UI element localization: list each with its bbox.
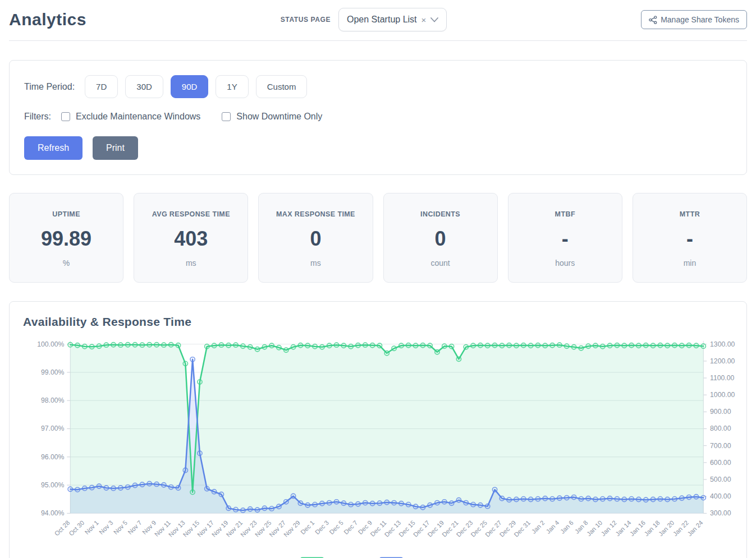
svg-text:1100.00: 1100.00	[710, 374, 735, 382]
svg-text:97.00%: 97.00%	[41, 425, 65, 432]
chevron-down-icon[interactable]	[430, 17, 438, 22]
filter-1[interactable]: Show Downtime Only	[222, 112, 322, 122]
svg-text:Jan 10: Jan 10	[585, 519, 603, 537]
time-period-label: Time Period:	[24, 82, 75, 92]
stat-unit: count	[388, 259, 493, 268]
time-period-custom-button[interactable]: Custom	[256, 75, 308, 98]
svg-text:Dec 31: Dec 31	[512, 519, 532, 538]
svg-text:Jan 22: Jan 22	[672, 519, 690, 537]
svg-text:95.00%: 95.00%	[41, 481, 65, 489]
actions-row: Refresh Print	[24, 136, 732, 160]
svg-text:Jan 14: Jan 14	[614, 519, 632, 537]
svg-text:Jan 4: Jan 4	[544, 519, 560, 535]
time-period-30d-button[interactable]: 30D	[125, 75, 163, 98]
stat-value: 0	[263, 227, 368, 251]
status-page-label: STATUS PAGE	[281, 16, 331, 24]
time-period-1y-button[interactable]: 1Y	[216, 75, 248, 98]
header: Analytics STATUS PAGE Open Startup List …	[9, 0, 747, 41]
manage-share-tokens-button[interactable]: Manage Share Tokens	[641, 10, 747, 29]
filters-row: Filters: Exclude Maintenance WindowsShow…	[24, 112, 732, 122]
svg-text:Jan 12: Jan 12	[599, 519, 617, 537]
svg-text:500.00: 500.00	[710, 476, 731, 483]
chart-title: Availability & Response Time	[23, 315, 737, 329]
analytics-page: Analytics STATUS PAGE Open Startup List …	[0, 0, 756, 558]
filter-0[interactable]: Exclude Maintenance Windows	[61, 112, 200, 122]
svg-text:94.00%: 94.00%	[41, 509, 65, 517]
svg-text:Nov 7: Nov 7	[127, 519, 143, 536]
availability-chart[interactable]: 100.00%99.00%98.00%97.00%96.00%95.00%94.…	[23, 336, 737, 558]
time-period-7d-button[interactable]: 7D	[85, 75, 118, 98]
checkbox-icon[interactable]	[222, 112, 231, 121]
svg-text:900.00: 900.00	[710, 408, 731, 416]
svg-text:Jan 6: Jan 6	[559, 519, 575, 535]
svg-text:Oct 28: Oct 28	[53, 519, 71, 537]
stat-label: INCIDENTS	[388, 210, 493, 218]
stat-value: -	[513, 227, 617, 251]
stat-value: 403	[139, 227, 243, 251]
status-page-select[interactable]: Open Startup List ×	[338, 8, 447, 31]
filter-label: Exclude Maintenance Windows	[76, 112, 200, 122]
time-period-buttons: 7D30D90D1YCustom	[85, 75, 314, 98]
svg-text:Jan 24: Jan 24	[686, 519, 704, 537]
stat-card-max-response-time: MAX RESPONSE TIME0ms	[258, 193, 373, 283]
stat-value: 0	[388, 227, 493, 251]
stat-label: AVG RESPONSE TIME	[139, 210, 243, 218]
svg-text:96.00%: 96.00%	[41, 453, 65, 461]
svg-text:Nov 1: Nov 1	[84, 519, 100, 536]
filter-checkboxes: Exclude Maintenance WindowsShow Downtime…	[61, 112, 343, 122]
svg-text:800.00: 800.00	[710, 425, 731, 432]
filter-label: Show Downtime Only	[236, 112, 322, 122]
stats-row: UPTIME99.89%AVG RESPONSE TIME403msMAX RE…	[9, 193, 747, 283]
svg-text:1300.00: 1300.00	[710, 340, 735, 348]
stat-value: 99.89	[14, 227, 118, 251]
stat-card-mttr: MTTR-min	[633, 193, 747, 283]
stat-unit: ms	[263, 259, 368, 268]
svg-text:98.00%: 98.00%	[41, 396, 65, 404]
svg-text:Jan 16: Jan 16	[629, 519, 647, 537]
manage-share-tokens-label: Manage Share Tokens	[661, 15, 739, 24]
svg-text:Dec 3: Dec 3	[314, 519, 330, 536]
status-page-group: STATUS PAGE Open Startup List ×	[281, 8, 447, 31]
refresh-button[interactable]: Refresh	[24, 136, 83, 160]
stat-unit: min	[638, 259, 742, 268]
stat-label: MTBF	[513, 210, 617, 218]
stat-label: UPTIME	[14, 210, 118, 218]
svg-text:Nov 5: Nov 5	[112, 519, 129, 536]
chart-wrap: 100.00%99.00%98.00%97.00%96.00%95.00%94.…	[23, 336, 737, 558]
chart-panel: Availability & Response Time 100.00%99.0…	[9, 301, 747, 558]
stat-unit: ms	[139, 259, 243, 268]
svg-text:Dec 5: Dec 5	[328, 519, 344, 536]
stat-label: MTTR	[638, 210, 742, 218]
stat-unit: %	[14, 259, 118, 268]
share-icon	[649, 16, 657, 24]
svg-text:Nov 3: Nov 3	[98, 519, 114, 536]
clear-selection-icon[interactable]: ×	[421, 15, 427, 25]
svg-text:Nov 29: Nov 29	[282, 519, 301, 538]
stat-card-avg-response-time: AVG RESPONSE TIME403ms	[134, 193, 248, 283]
filters-label: Filters:	[24, 112, 51, 122]
stat-card-mtbf: MTBF-hours	[508, 193, 622, 283]
svg-text:300.00: 300.00	[710, 509, 731, 517]
time-period-90d-button[interactable]: 90D	[171, 75, 209, 98]
svg-text:400.00: 400.00	[710, 492, 731, 500]
stat-card-incidents: INCIDENTS0count	[383, 193, 498, 283]
svg-text:100.00%: 100.00%	[37, 340, 64, 348]
svg-text:Dec 7: Dec 7	[342, 519, 359, 536]
controls-panel: Time Period: 7D30D90D1YCustom Filters: E…	[9, 60, 747, 175]
print-button[interactable]: Print	[93, 136, 138, 160]
time-period-row: Time Period: 7D30D90D1YCustom	[24, 75, 732, 98]
status-page-selected-value: Open Startup List	[347, 15, 417, 25]
svg-text:Dec 1: Dec 1	[299, 519, 315, 536]
stat-card-uptime: UPTIME99.89%	[9, 193, 123, 283]
svg-text:Jan 20: Jan 20	[657, 519, 675, 537]
svg-text:Jan 18: Jan 18	[643, 519, 661, 537]
stat-value: -	[638, 227, 742, 251]
svg-text:99.00%: 99.00%	[41, 368, 65, 376]
stat-unit: hours	[513, 259, 617, 268]
svg-text:Oct 30: Oct 30	[67, 519, 85, 537]
checkbox-icon[interactable]	[61, 112, 70, 121]
svg-text:Jan 2: Jan 2	[530, 519, 546, 535]
stat-label: MAX RESPONSE TIME	[263, 210, 368, 218]
svg-text:600.00: 600.00	[710, 459, 731, 467]
svg-text:1200.00: 1200.00	[710, 357, 735, 365]
